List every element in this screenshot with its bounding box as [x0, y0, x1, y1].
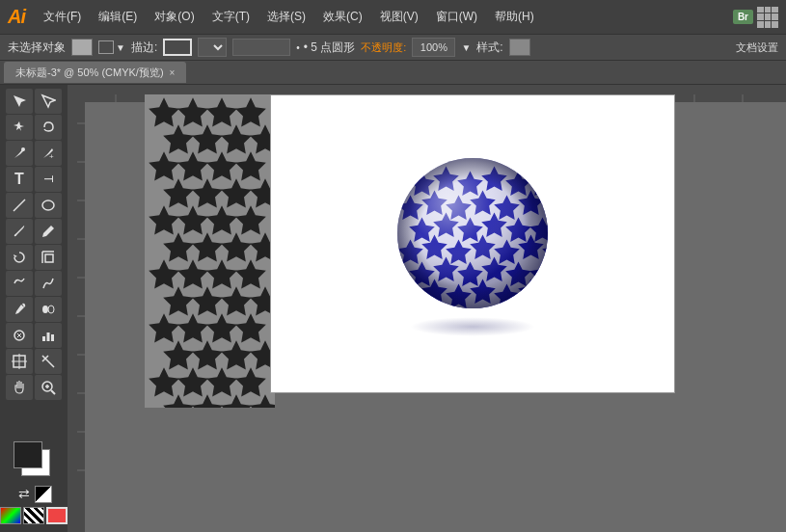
selection-tool[interactable] — [6, 89, 33, 114]
doc-settings[interactable]: 文档设置 — [736, 40, 778, 55]
tab-close-button[interactable]: × — [170, 67, 176, 78]
svg-line-2 — [14, 200, 25, 211]
menu-file[interactable]: 文件(F) — [37, 5, 88, 29]
style-swatch[interactable] — [509, 39, 530, 56]
menu-effect[interactable]: 效果(C) — [316, 5, 369, 29]
add-anchor-tool[interactable]: + — [35, 141, 62, 166]
color-mode-row — [0, 507, 68, 524]
pencil-tool[interactable] — [35, 219, 62, 244]
svg-point-0 — [21, 147, 25, 151]
fill-swatch[interactable] — [71, 39, 93, 56]
style-label: 样式: — [476, 40, 502, 56]
menu-window[interactable]: 窗口(W) — [429, 5, 484, 29]
scale-tool[interactable] — [35, 245, 62, 270]
menu-view[interactable]: 视图(V) — [373, 5, 425, 29]
opacity-label: 不透明度: — [361, 40, 406, 55]
stroke-dropdown[interactable] — [198, 38, 227, 57]
tool-row-2 — [6, 115, 62, 140]
point-selector: • • 5 点圆形 — [296, 40, 355, 56]
menu-edit[interactable]: 编辑(E) — [92, 5, 144, 29]
stroke-label: 描边: — [131, 40, 157, 56]
slice-tool[interactable] — [35, 349, 62, 374]
vertical-ruler — [68, 85, 85, 532]
color-mode-swatch[interactable] — [0, 507, 21, 524]
warp-tool[interactable] — [6, 271, 33, 296]
fill-arrow[interactable]: ▼ — [116, 42, 125, 53]
rotate-tool[interactable] — [6, 245, 33, 270]
star-pattern-svg — [145, 94, 275, 408]
lasso-tool[interactable] — [35, 115, 62, 140]
artboard-tool[interactable] — [6, 349, 33, 374]
tool-row-9 — [6, 297, 62, 322]
magic-wand-tool[interactable] — [6, 115, 33, 140]
zoom-tool[interactable] — [35, 375, 62, 400]
stroke-swatch[interactable] — [163, 39, 192, 56]
tool-row-5 — [6, 193, 62, 218]
svg-rect-4 — [45, 254, 53, 262]
menu-help[interactable]: 帮助(H) — [488, 5, 541, 29]
eyedropper-tool[interactable] — [6, 297, 33, 322]
svg-rect-10 — [51, 334, 54, 341]
direct-selection-tool[interactable] — [35, 89, 62, 114]
paintbrush-tool[interactable] — [6, 219, 33, 244]
ai-logo: Ai — [8, 6, 25, 28]
column-graph-tool[interactable] — [35, 323, 62, 348]
fill-options: ▼ — [98, 40, 125, 54]
menu-select[interactable]: 选择(S) — [260, 5, 312, 29]
tool-row-4: T T — [6, 167, 62, 192]
default-colors-button[interactable] — [35, 486, 52, 503]
tool-row-6 — [6, 219, 62, 244]
main-area: + T T — [0, 85, 786, 532]
line-tool[interactable] — [6, 193, 33, 218]
opacity-input[interactable]: 100% — [412, 38, 455, 57]
canvas-area[interactable] — [68, 85, 786, 532]
vertical-type-tool[interactable]: T — [35, 167, 62, 192]
no-selection-label: 未选择对象 — [8, 40, 66, 56]
dot-icon: • — [296, 42, 300, 53]
foreground-color-swatch[interactable] — [14, 441, 42, 468]
fg-bg-swatches — [12, 441, 56, 484]
svg-point-52 — [397, 158, 548, 308]
document-tab[interactable]: 未标题-3* @ 50% (CMYK/预览) × — [4, 62, 186, 83]
svg-point-3 — [42, 200, 54, 210]
type-tool[interactable]: T — [6, 167, 33, 192]
svg-line-15 — [51, 390, 55, 394]
blend-tool[interactable] — [35, 297, 62, 322]
star-pattern-area — [145, 94, 275, 408]
reshape-tool[interactable] — [35, 271, 62, 296]
tool-row-1 — [6, 89, 62, 114]
svg-point-5 — [42, 306, 48, 313]
tool-row-10 — [6, 323, 62, 348]
bridge-button[interactable]: Br — [733, 10, 753, 24]
white-canvas — [270, 94, 675, 393]
toolbar: + T T — [0, 85, 68, 532]
tool-row-12 — [6, 375, 62, 400]
globe-svg — [386, 148, 559, 322]
tool-row-8 — [6, 271, 62, 296]
fill-icon[interactable] — [98, 40, 114, 54]
pen-tool[interactable] — [6, 141, 33, 166]
ellipse-tool[interactable] — [35, 193, 62, 218]
hand-tool[interactable] — [6, 375, 33, 400]
gradient-swatch[interactable] — [23, 507, 44, 524]
menu-object[interactable]: 对象(O) — [148, 5, 201, 29]
svg-point-6 — [48, 306, 54, 313]
swap-colors-button[interactable]: ⇄ — [15, 486, 33, 503]
globe — [386, 148, 559, 322]
bridge-area: Br — [733, 7, 778, 28]
tab-bar: 未标题-3* @ 50% (CMYK/预览) × — [0, 61, 786, 85]
svg-rect-9 — [47, 332, 50, 341]
tool-row-3: + — [6, 141, 62, 166]
globe-shadow — [410, 317, 535, 336]
no-fill-swatch[interactable] — [46, 507, 68, 524]
workspace-switcher[interactable] — [757, 7, 778, 28]
symbol-sprayer-tool[interactable] — [6, 323, 33, 348]
color-swatches: ⇄ — [0, 441, 68, 532]
svg-rect-8 — [42, 336, 45, 341]
opacity-arrow[interactable]: ▼ — [461, 42, 471, 53]
svg-rect-34 — [68, 85, 85, 532]
menu-bar: Ai 文件(F) 编辑(E) 对象(O) 文字(T) 选择(S) 效果(C) 视… — [0, 0, 786, 34]
menu-text[interactable]: 文字(T) — [205, 5, 257, 29]
stroke-style[interactable] — [232, 39, 290, 56]
options-bar: 未选择对象 ▼ 描边: • • 5 点圆形 不透明度: 100% ▼ 样式: 文… — [0, 34, 786, 61]
